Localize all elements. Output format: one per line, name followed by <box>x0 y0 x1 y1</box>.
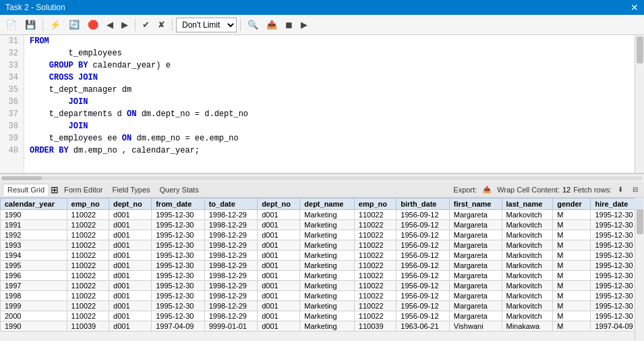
line-number: 37 <box>3 108 18 120</box>
table-cell: 110022 <box>67 291 109 301</box>
line-number: 32 <box>3 47 18 59</box>
line-number: 36 <box>3 96 18 108</box>
table-cell: 1991 <box>1 220 67 230</box>
code-line: t_employees ee ON dm.emp_no = ee.emp_no <box>30 132 639 145</box>
save-button[interactable]: 💾 <box>22 18 39 32</box>
table-row[interactable]: 1990110022d0011995-12-301998-12-29d001Ma… <box>1 210 644 220</box>
editor-scrollbar-v[interactable] <box>635 35 644 173</box>
format-btn[interactable]: ◼ <box>282 18 296 32</box>
table-cell: 1956-09-12 <box>397 210 449 220</box>
table-cell: M <box>553 230 591 240</box>
table-cell: Markovitch <box>502 281 553 291</box>
fetch-btn[interactable]: ⬇ <box>614 184 626 195</box>
table-cell: Marketing <box>300 291 355 301</box>
table-cell: M <box>553 321 591 332</box>
table-row[interactable]: 1996110022d0011995-12-301998-12-29d001Ma… <box>1 271 644 281</box>
table-cell: Margareta <box>449 311 502 321</box>
line-number: 39 <box>3 132 18 145</box>
table-row[interactable]: 1990110039d0011997-04-099999-01-01d001Ma… <box>1 321 644 332</box>
line-number: 34 <box>3 72 18 84</box>
table-row[interactable]: 1997110022d0011995-12-301998-12-29d001Ma… <box>1 281 644 291</box>
column-header: gender <box>553 199 591 210</box>
table-row[interactable]: 1991110022d0011995-12-301998-12-29d001Ma… <box>1 220 644 230</box>
grid-container[interactable]: calendar_yearemp_nodept_nofrom_dateto_da… <box>0 198 644 341</box>
tab-result-grid[interactable]: Result Grid <box>3 184 49 196</box>
execute-button[interactable]: ⚡ <box>47 18 64 32</box>
table-row[interactable]: 1998110022d0011995-12-301998-12-29d001Ma… <box>1 291 644 301</box>
next-button[interactable]: ▶ <box>118 18 131 32</box>
table-cell: d001 <box>258 210 300 220</box>
table-cell: 1995-12-30 <box>152 301 204 311</box>
column-header: dept_no <box>109 199 152 210</box>
table-cell: M <box>553 271 591 281</box>
main-toolbar: 📄 💾 ⚡ 🔄 🛑 ◀ ▶ ✔ ✘ Don't Limit 🔍 📤 ◼ ▶ <box>0 15 644 35</box>
table-cell: 1956-09-12 <box>397 281 449 291</box>
editor-scrollbar-h[interactable] <box>0 174 644 182</box>
table-cell: Marketing <box>300 271 355 281</box>
new-button[interactable]: 📄 <box>3 18 20 32</box>
table-cell: 110039 <box>354 321 397 332</box>
table-cell: Markovitch <box>502 251 553 261</box>
table-cell: 1995-12-30 <box>152 220 204 230</box>
table-cell: 9999-01-01 <box>204 321 257 332</box>
table-cell: d001 <box>258 301 300 311</box>
export-btn[interactable]: 📤 <box>263 18 281 32</box>
table-cell: 110022 <box>67 230 109 240</box>
table-cell: d001 <box>109 311 152 321</box>
table-cell: 1998-12-29 <box>204 240 257 251</box>
table-cell: d001 <box>109 230 152 240</box>
table-cell: d001 <box>109 240 152 251</box>
result-area: Result Grid ⊞ Form Editor Field Types Qu… <box>0 182 644 341</box>
table-cell: d001 <box>258 291 300 301</box>
line-number: 38 <box>3 120 18 132</box>
table-cell: Marketing <box>300 261 355 271</box>
table-cell: Marketing <box>300 251 355 261</box>
table-cell: 110022 <box>354 301 397 311</box>
refresh-button[interactable]: 🔄 <box>65 18 83 32</box>
cancel-button[interactable]: ✘ <box>154 18 169 32</box>
check-button[interactable]: ✔ <box>139 18 153 32</box>
table-row[interactable]: 1993110022d0011995-12-301998-12-29d001Ma… <box>1 240 644 251</box>
grid-scrollbar-v[interactable] <box>635 198 644 341</box>
code-content[interactable]: FROM t_employees GROUP BY calendar_year)… <box>24 35 644 173</box>
grid-options-btn[interactable]: ⊟ <box>629 184 641 195</box>
table-cell: 110022 <box>67 240 109 251</box>
query-btn[interactable]: 🔍 <box>244 18 262 32</box>
close-button[interactable]: ✕ <box>631 2 639 13</box>
table-row[interactable]: 1995110022d0011995-12-301998-12-29d001Ma… <box>1 261 644 271</box>
code-line: JOIN <box>30 96 639 108</box>
table-cell: 1995-12-30 <box>152 261 204 271</box>
tab-query-stats[interactable]: Query Stats <box>156 184 203 195</box>
table-cell: d001 <box>258 240 300 251</box>
tab-field-types[interactable]: Field Types <box>109 184 154 195</box>
table-cell: 110039 <box>67 321 109 332</box>
table-row[interactable]: 1992110022d0011995-12-301998-12-29d001Ma… <box>1 230 644 240</box>
grid-icon[interactable]: ⊞ <box>51 184 59 195</box>
table-cell: Markovitch <box>502 301 553 311</box>
table-cell: M <box>553 220 591 230</box>
tab-form-editor[interactable]: Form Editor <box>60 184 107 195</box>
table-row[interactable]: 1994110022d0011995-12-301998-12-29d001Ma… <box>1 251 644 261</box>
column-header: first_name <box>449 199 502 210</box>
line-number: 33 <box>3 59 18 72</box>
line-numbers: 31323334353637383940 <box>0 35 24 173</box>
table-cell: 110022 <box>354 220 397 230</box>
export-wrap-btn[interactable]: 📤 <box>479 184 494 195</box>
table-cell: d001 <box>258 251 300 261</box>
run-btn[interactable]: ▶ <box>297 18 311 32</box>
table-cell: M <box>553 291 591 301</box>
table-row[interactable]: 1999110022d0011995-12-301998-12-29d001Ma… <box>1 301 644 311</box>
table-cell: 110022 <box>67 311 109 321</box>
table-row[interactable]: 2000110022d0011995-12-301998-12-29d001Ma… <box>1 311 644 321</box>
stop-button[interactable]: 🛑 <box>84 18 102 32</box>
limit-select[interactable]: Don't Limit <box>176 18 237 32</box>
table-cell: d001 <box>258 271 300 281</box>
table-cell: Marketing <box>300 240 355 251</box>
table-cell: 1963-06-21 <box>397 321 449 332</box>
column-header: last_name <box>502 199 553 210</box>
table-cell: Markovitch <box>502 271 553 281</box>
table-cell: Markovitch <box>502 240 553 251</box>
table-cell: Minakawa <box>502 321 553 332</box>
prev-button[interactable]: ◀ <box>103 18 117 32</box>
table-cell: Margareta <box>449 210 502 220</box>
